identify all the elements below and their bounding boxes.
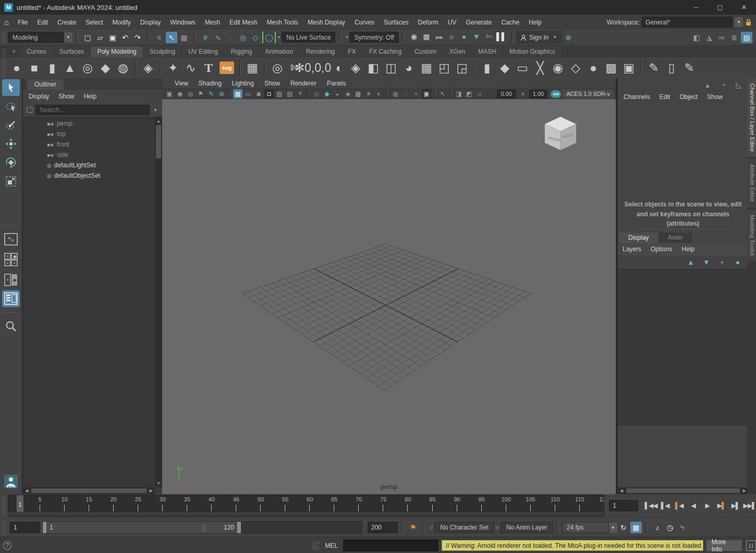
mirror-icon[interactable]: ◫ bbox=[383, 59, 399, 76]
save-scene-icon[interactable]: ▣ bbox=[107, 32, 118, 43]
lock-camera-icon[interactable]: ◉ bbox=[175, 89, 185, 99]
step-back-frame-button[interactable]: ▌◀ bbox=[659, 499, 672, 512]
outliner-filter-icon[interactable] bbox=[26, 106, 33, 114]
retopologize-icon[interactable]: ◰ bbox=[436, 59, 453, 76]
scale-tool[interactable] bbox=[2, 173, 20, 190]
field-chart-icon[interactable]: ▨ bbox=[275, 89, 284, 99]
use-all-lights-icon[interactable]: ☀ bbox=[364, 89, 373, 99]
outliner-search-input[interactable] bbox=[35, 105, 150, 115]
pencil-curve-icon[interactable]: ✎ bbox=[681, 59, 698, 76]
menu-modify[interactable]: Modify bbox=[107, 16, 135, 29]
anim-layer-arrow[interactable]: ▽ bbox=[496, 525, 499, 530]
poly-sphere-icon[interactable]: ● bbox=[8, 59, 25, 76]
snap-options-arrow[interactable]: ▾ bbox=[278, 35, 280, 40]
viewport-menu-view[interactable]: View bbox=[169, 78, 193, 89]
menu-create[interactable]: Create bbox=[53, 16, 81, 29]
quad-draw-icon[interactable]: ▣ bbox=[620, 59, 637, 76]
character-set-selector[interactable]: No Character Set bbox=[434, 522, 494, 533]
current-frame-marker[interactable]: 1 bbox=[17, 495, 23, 512]
viewport-menu-panels[interactable]: Panels bbox=[322, 78, 351, 89]
shelf-tab-custom[interactable]: Custom bbox=[408, 46, 442, 57]
paint-selection-tool[interactable] bbox=[2, 117, 20, 133]
time-ruler[interactable]: 5101520253035404550556065707580859095100… bbox=[8, 495, 604, 517]
freeze-transformations-icon[interactable]: ✻0,0,0 bbox=[304, 59, 321, 76]
range-start-handle[interactable] bbox=[43, 522, 46, 533]
render-current-frame-icon[interactable]: ▦ bbox=[421, 31, 432, 42]
uv-editor-icon[interactable]: ▦ bbox=[244, 59, 261, 76]
fps-dropdown-icon[interactable]: ▼ bbox=[609, 523, 617, 533]
warning-message[interactable]: // Warning: Arnold renderer not loaded. … bbox=[442, 540, 703, 551]
pause-viewport-icon[interactable]: ▌▌ bbox=[496, 31, 507, 42]
bookmark-icon[interactable]: ⚑ bbox=[407, 522, 419, 533]
outliner-item-top[interactable]: ■◄top bbox=[23, 129, 155, 139]
snap-to-point-icon[interactable]: ∙ bbox=[225, 32, 236, 43]
menu-edit[interactable]: Edit bbox=[32, 16, 53, 29]
platonic-solid-icon[interactable]: ◈ bbox=[140, 59, 156, 76]
help-icon[interactable]: ? bbox=[3, 541, 11, 550]
layer-tab-anim[interactable]: Anim bbox=[659, 232, 691, 243]
outliner-menu-help[interactable]: Help bbox=[79, 90, 101, 103]
color-management-toggle[interactable]: ON bbox=[551, 90, 561, 98]
layer-tab-display[interactable]: Display bbox=[619, 232, 658, 243]
outliner-vscrollbar[interactable]: ▲ ▼ bbox=[155, 117, 162, 487]
modeling-toolkit-toggle-icon[interactable]: ◧ bbox=[691, 32, 702, 43]
viewport-canvas[interactable]: FRONT RIGHT y persp bbox=[162, 99, 616, 495]
exposure-field[interactable]: 0.00 bbox=[497, 90, 515, 99]
bookmark-view-icon[interactable]: ⚑ bbox=[196, 89, 205, 99]
remesh-icon[interactable]: ◲ bbox=[454, 59, 470, 76]
hud-toggle-icon[interactable]: T bbox=[296, 89, 305, 99]
animation-end-field[interactable]: 200 bbox=[368, 522, 398, 533]
command-input[interactable] bbox=[343, 539, 438, 551]
combine-icon[interactable]: ◈ bbox=[347, 59, 364, 76]
new-scene-icon[interactable]: ▢ bbox=[82, 32, 93, 43]
menu-uv[interactable]: UV bbox=[443, 16, 461, 29]
menu-select[interactable]: Select bbox=[81, 16, 107, 29]
multisample-toggle-icon[interactable]: ▣ bbox=[422, 89, 431, 99]
speed-ramp-icon[interactable]: ◔ bbox=[717, 79, 729, 91]
wireframe-mode-icon[interactable]: ◇ bbox=[312, 89, 321, 99]
channel-box-menu-object[interactable]: Object bbox=[675, 91, 702, 103]
close-button[interactable]: ✕ bbox=[732, 0, 756, 15]
menu-help[interactable]: Help bbox=[524, 16, 546, 29]
layer-menu-help[interactable]: Help bbox=[677, 243, 699, 255]
poly-torus-icon[interactable]: ◎ bbox=[79, 59, 96, 76]
layer-list[interactable] bbox=[618, 269, 748, 426]
avatar-icon[interactable]: AYA bbox=[2, 473, 20, 490]
panel-divider[interactable] bbox=[639, 229, 727, 229]
channel-box-menu-channels[interactable]: Channels bbox=[619, 91, 655, 103]
display-layers-toggle-icon[interactable]: ▤ bbox=[741, 32, 752, 43]
type-tool-icon[interactable]: T bbox=[200, 59, 217, 76]
isolate-select-icon[interactable]: ↖ bbox=[438, 89, 447, 99]
pin-channels-icon[interactable]: ▴ bbox=[702, 79, 713, 91]
render-settings-icon[interactable]: ☼ bbox=[446, 31, 457, 42]
auto-keyframe-icon[interactable]: ◷ bbox=[664, 522, 676, 533]
fps-selector[interactable]: 24 fps bbox=[562, 522, 609, 533]
wireframe-on-shaded-icon[interactable]: ◈ bbox=[343, 89, 352, 99]
snap-projected-center-icon[interactable]: ◎ bbox=[237, 32, 249, 43]
smooth-shade-mode-icon[interactable]: ◆ bbox=[322, 89, 332, 99]
shelf-tab-animation[interactable]: Animation bbox=[259, 46, 299, 57]
current-frame-field[interactable]: 1 bbox=[609, 500, 638, 511]
textured-mode-icon[interactable]: ▩ bbox=[353, 89, 363, 99]
super-shape-icon[interactable]: ✦ bbox=[165, 59, 181, 76]
range-end-handle[interactable] bbox=[237, 522, 241, 533]
ipr-render-icon[interactable]: IPR bbox=[433, 32, 445, 44]
xray-toggle-icon[interactable]: ◨ bbox=[454, 89, 464, 99]
viewport-menu-renderer[interactable]: Renderer bbox=[285, 78, 322, 89]
anti-alias-toggle-icon[interactable]: ≈ bbox=[411, 89, 421, 99]
create-curve-icon[interactable]: ✎ bbox=[645, 59, 662, 76]
poly-cone-icon[interactable]: ▲ bbox=[62, 59, 78, 76]
channel-box-toggle-icon[interactable]: ≔ bbox=[716, 32, 727, 43]
smooth-icon[interactable]: ▦ bbox=[418, 59, 435, 76]
outliner-item-side[interactable]: ■◄side bbox=[23, 150, 155, 160]
home-icon[interactable]: ⌂ bbox=[0, 18, 13, 27]
bevel-icon[interactable]: ◆ bbox=[496, 59, 513, 76]
outliner-menu-show[interactable]: Show bbox=[54, 90, 79, 103]
range-slider-bar[interactable]: 1 120 bbox=[43, 522, 241, 533]
zoom-tool[interactable] bbox=[2, 318, 20, 335]
speaker-icon[interactable]: ♪ bbox=[652, 522, 663, 533]
shelf-tab-surfaces[interactable]: Surfaces bbox=[53, 46, 90, 57]
outliner-search-dropdown-icon[interactable]: ▼ bbox=[153, 108, 157, 113]
lasso-tool[interactable] bbox=[2, 98, 20, 115]
two-pane-layout-button[interactable]: +◆ bbox=[2, 272, 20, 288]
